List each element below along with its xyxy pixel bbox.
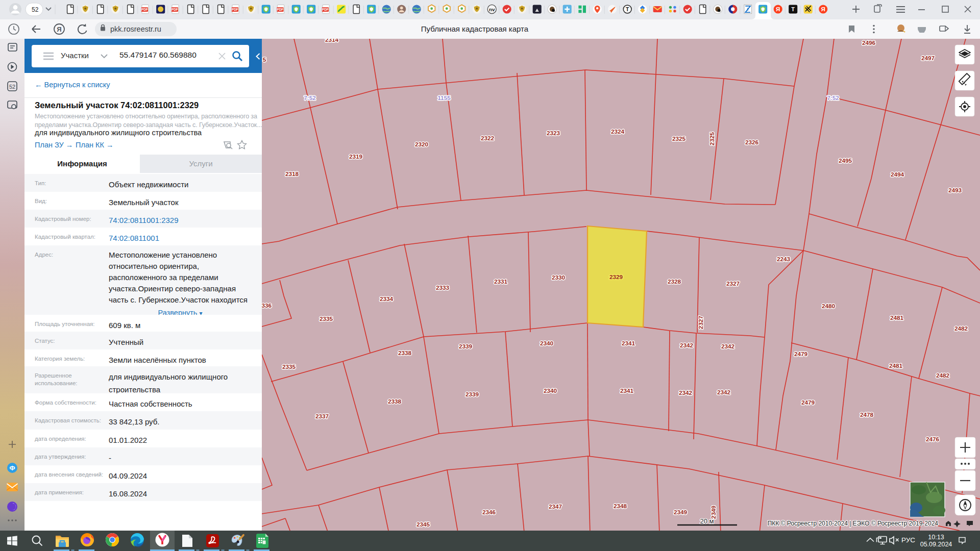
svg-text:05.09.2024: 05.09.2024 (920, 541, 952, 548)
svg-text:2476: 2476 (926, 436, 940, 443)
svg-text:2480: 2480 (822, 303, 836, 310)
svg-text:2349: 2349 (674, 509, 688, 516)
svg-text:2497: 2497 (921, 55, 935, 62)
svg-text:2481: 2481 (889, 362, 903, 369)
svg-text:2329: 2329 (609, 273, 623, 281)
svg-text:2342: 2342 (679, 389, 693, 396)
svg-text:2494: 2494 (891, 171, 904, 178)
svg-text:2338: 2338 (388, 398, 402, 405)
svg-text:2336: 2336 (262, 302, 272, 309)
svg-text:2478: 2478 (860, 411, 874, 418)
svg-text:2330: 2330 (552, 274, 566, 281)
svg-text:2325: 2325 (672, 135, 686, 142)
svg-text:РУС: РУС (901, 536, 915, 544)
svg-text:2331: 2331 (494, 278, 508, 285)
svg-text:2337: 2337 (315, 413, 329, 420)
svg-text:2326: 2326 (745, 139, 759, 146)
svg-text:2496: 2496 (862, 39, 876, 46)
svg-text:2342: 2342 (717, 389, 731, 396)
svg-text:7:52: 7:52 (304, 94, 316, 102)
svg-text:2479: 2479 (794, 350, 808, 358)
svg-text:2333: 2333 (436, 284, 450, 291)
svg-text:2325: 2325 (708, 132, 716, 145)
svg-text:2347: 2347 (549, 503, 562, 510)
svg-text:2481: 2481 (890, 314, 904, 321)
svg-text:20 м: 20 м (700, 517, 714, 525)
svg-text:2323: 2323 (547, 130, 560, 137)
svg-text:2495: 2495 (839, 157, 852, 164)
svg-text:Публичная кадастровая карта: Публичная кадастровая карта (421, 24, 529, 33)
svg-text:2318: 2318 (285, 170, 299, 178)
svg-text:2327: 2327 (697, 315, 704, 329)
svg-text:2314: 2314 (325, 39, 339, 43)
svg-text:Ф: Ф (9, 464, 15, 472)
svg-text:2339: 2339 (465, 391, 479, 398)
svg-text:2322: 2322 (481, 135, 495, 142)
svg-text:2342: 2342 (721, 343, 735, 350)
svg-text:2340: 2340 (544, 387, 557, 394)
svg-text:Я: Я (57, 26, 61, 33)
svg-text:1155: 1155 (437, 94, 451, 102)
svg-text:10:13: 10:13 (928, 534, 944, 541)
svg-text:2324: 2324 (611, 128, 625, 135)
svg-text:2243: 2243 (777, 256, 791, 263)
svg-text:2320: 2320 (415, 141, 429, 148)
svg-text:2339: 2339 (459, 343, 473, 350)
svg-text:5: 5 (263, 56, 266, 63)
svg-text:2341: 2341 (622, 340, 635, 347)
svg-text:2482: 2482 (954, 325, 968, 332)
svg-text:2338: 2338 (398, 349, 412, 357)
svg-text:52: 52 (9, 84, 15, 90)
svg-text:2327: 2327 (726, 280, 740, 287)
svg-text:2340: 2340 (540, 340, 554, 347)
svg-text:2493: 2493 (948, 187, 962, 194)
svg-text:52: 52 (32, 6, 39, 13)
svg-text:2342: 2342 (680, 342, 694, 349)
svg-text:2334: 2334 (380, 295, 394, 303)
svg-text:2482: 2482 (936, 372, 950, 379)
svg-text:2479: 2479 (801, 399, 815, 406)
svg-text:2345: 2345 (416, 521, 430, 528)
svg-text:7:52: 7:52 (827, 94, 839, 102)
svg-text:ПКК © Росреестр 2010-2024 | ЕЭ: ПКК © Росреестр 2010-2024 | ЕЭКО © Росре… (768, 520, 939, 527)
svg-text:2346: 2346 (482, 509, 496, 516)
svg-text:2341: 2341 (620, 387, 634, 394)
svg-text:2348: 2348 (614, 503, 627, 510)
svg-text:pkk.rosreestr.ru: pkk.rosreestr.ru (110, 25, 161, 33)
svg-text:2335: 2335 (320, 315, 333, 322)
svg-text:2335: 2335 (282, 363, 296, 370)
svg-text:2328: 2328 (668, 278, 681, 285)
svg-text:2319: 2319 (349, 153, 363, 160)
